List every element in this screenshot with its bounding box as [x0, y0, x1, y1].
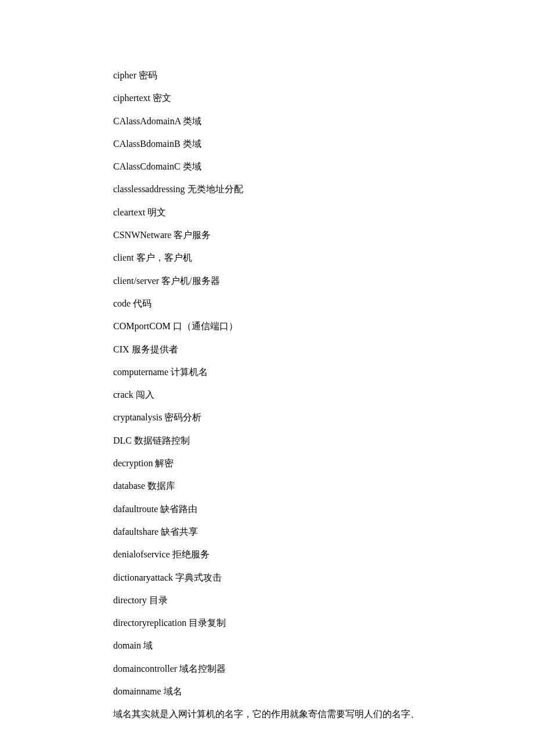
glossary-entry: CSNWNetware 客户服务 [113, 229, 438, 242]
glossary-entry: database 数据库 [113, 480, 438, 492]
glossary-entry: dafaultroute 缺省路由 [113, 503, 438, 516]
glossary-entry: CIX 服务提供者 [113, 344, 438, 356]
glossary-entry: dictionaryattack 字典式攻击 [113, 572, 438, 584]
glossary-entry: domaincontroller 域名控制器 [113, 663, 438, 675]
glossary-entry: directory 目录 [113, 595, 438, 607]
glossary-entry: ciphertext 密文 [113, 92, 438, 105]
glossary-entry: CAlassAdomainA 类域 [113, 116, 438, 128]
glossary-entry: dafaultshare 缺省共享 [113, 526, 438, 538]
glossary-entry: CAlassCdomainC 类域 [113, 161, 438, 173]
glossary-entry: domainname 域名 [113, 686, 438, 698]
glossary-entry: 域名其实就是入网计算机的名字，它的作用就象寄信需要写明人们的名字、 [113, 708, 438, 721]
glossary-entry: code 代码 [113, 298, 438, 310]
glossary-entry: classlessaddressing 无类地址分配 [113, 183, 438, 196]
glossary-entry: cleartext 明文 [113, 207, 438, 219]
glossary-entry: cipher 密码 [113, 70, 438, 82]
glossary-entry: DLC 数据链路控制 [113, 435, 438, 447]
glossary-entry: denialofservice 拒绝服务 [113, 549, 438, 561]
glossary-entry: decryption 解密 [113, 458, 438, 470]
glossary-entry: computername 计算机名 [113, 366, 438, 379]
glossary-entry: client 客户，客户机 [113, 252, 438, 264]
glossary-entry: directoryreplication 目录复制 [113, 617, 438, 629]
glossary-entry: crack 闯入 [113, 389, 438, 401]
glossary-entry: COMportCOM 口（通信端口） [113, 321, 438, 333]
glossary-entry: domain 域 [113, 640, 438, 652]
glossary-entry: CAlassBdomainB 类域 [113, 138, 438, 150]
glossary-page: cipher 密码 ciphertext 密文 CAlassAdomainA 类… [0, 0, 438, 721]
glossary-entry: client/server 客户机/服务器 [113, 275, 438, 287]
glossary-entry: cryptanalysis 密码分析 [113, 412, 438, 424]
